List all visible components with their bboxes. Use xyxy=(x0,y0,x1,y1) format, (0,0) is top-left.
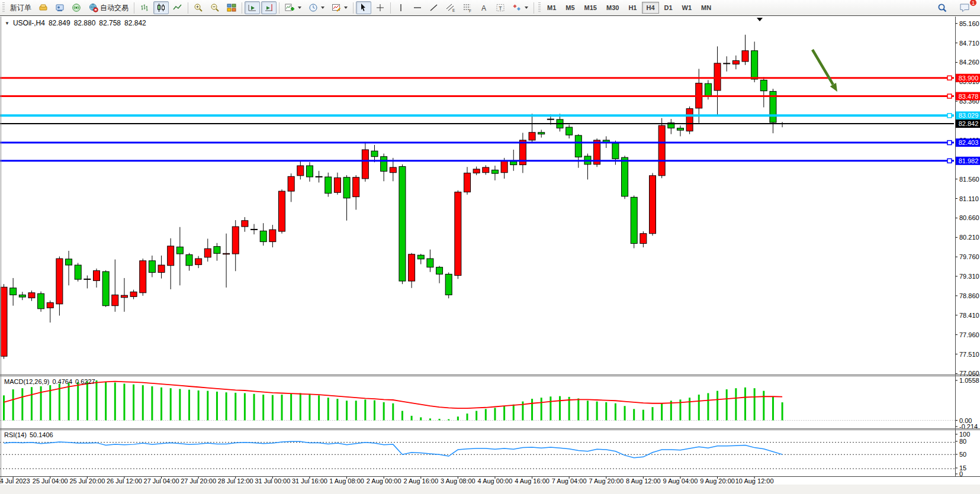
time-tick-label: 8 Aug 12:00 xyxy=(626,477,661,485)
timeframe-m30-button[interactable]: M30 xyxy=(602,2,623,14)
candlestick-chart-button[interactable] xyxy=(153,1,169,14)
expert-advisors-button[interactable] xyxy=(52,1,68,14)
line-chart-button[interactable] xyxy=(170,1,185,14)
hline-handle-resistance-1[interactable] xyxy=(947,76,952,80)
macd-histogram-bar xyxy=(77,382,79,421)
caret-down-icon xyxy=(321,7,324,9)
zoom-out-button[interactable] xyxy=(207,1,223,14)
macd-histogram-bar xyxy=(346,401,348,420)
profiles-button[interactable] xyxy=(306,1,327,14)
toolbar-right-group: 1 xyxy=(934,1,974,14)
candle xyxy=(409,254,415,281)
candle xyxy=(1,287,7,356)
hline-handle-support-2[interactable] xyxy=(947,159,952,163)
templates-button[interactable] xyxy=(329,1,351,14)
cursor-button[interactable] xyxy=(356,1,371,14)
new-chart-button[interactable] xyxy=(282,1,304,14)
auto-scroll-button[interactable] xyxy=(245,1,260,14)
candle xyxy=(102,272,109,306)
chart-shift-button[interactable] xyxy=(261,1,277,14)
fibonacci-button[interactable]: F xyxy=(460,1,475,14)
chart-collapse-icon[interactable]: ▼ xyxy=(5,21,9,26)
trendline-button[interactable] xyxy=(426,1,442,14)
chart-canvas[interactable]: 85.16084.71084.26083.81083.36082.91082.4… xyxy=(0,0,980,494)
tile-windows-button[interactable] xyxy=(224,1,239,14)
rsi-scale-label: 80 xyxy=(959,438,966,445)
macd-histogram-bar xyxy=(642,410,644,421)
signals-button[interactable] xyxy=(69,1,84,14)
macd-histogram-bar xyxy=(420,417,422,420)
timeframe-m1-button[interactable]: M1 xyxy=(543,2,560,14)
candle xyxy=(650,176,656,234)
candle xyxy=(38,293,44,309)
candle xyxy=(612,143,619,159)
macd-histogram-bar xyxy=(40,386,42,421)
time-axis[interactable]: 24 Jul 202325 Jul 04:0025 Jul 20:0026 Ju… xyxy=(0,476,774,485)
equidistant-channel-button[interactable]: E xyxy=(443,1,458,14)
notifications-button[interactable]: 1 xyxy=(956,1,973,14)
search-button[interactable] xyxy=(934,1,950,14)
zoom-in-button[interactable] xyxy=(191,1,206,14)
candle xyxy=(371,151,378,156)
hline-handle-support-1[interactable] xyxy=(947,141,952,145)
timeframe-m15-button[interactable]: M15 xyxy=(580,2,601,14)
price-badge-pivot-cyan: 83.029 xyxy=(956,111,980,120)
svg-text:82.842: 82.842 xyxy=(959,120,979,127)
bar-chart-button[interactable] xyxy=(137,1,152,14)
cursor-icon xyxy=(359,3,368,12)
macd-histogram-bar xyxy=(550,396,551,420)
macd-histogram-bar xyxy=(735,388,737,420)
macd-histogram-bar xyxy=(577,398,579,420)
candle xyxy=(306,166,313,177)
macd-histogram-bar xyxy=(652,407,654,420)
timeframe-h1-button[interactable]: H1 xyxy=(624,2,641,14)
candle xyxy=(381,157,387,172)
candle xyxy=(186,255,192,266)
text-button[interactable]: A xyxy=(476,1,491,14)
hline-handle-pivot-cyan[interactable] xyxy=(947,114,952,118)
rsi-name: RSI(14) xyxy=(4,431,27,438)
macd-histogram-bar xyxy=(429,418,431,420)
text-label-button[interactable]: T xyxy=(493,1,508,14)
candle xyxy=(223,253,230,254)
caret-down-icon xyxy=(298,7,301,9)
macd-histogram-bar xyxy=(763,391,764,421)
svg-text:F: F xyxy=(469,9,471,13)
price-tick-label: 79.760 xyxy=(959,253,979,260)
toolbar-grip xyxy=(2,2,5,13)
candle xyxy=(140,261,146,293)
candle xyxy=(724,63,730,64)
timeframe-d1-button[interactable]: D1 xyxy=(660,2,677,14)
arrows-button[interactable] xyxy=(509,1,531,14)
timeframe-h4-button[interactable]: H4 xyxy=(642,2,658,14)
candle xyxy=(269,230,276,241)
quick-deposit-button[interactable] xyxy=(36,1,51,14)
macd-histogram-bar xyxy=(772,397,774,421)
new-order-button[interactable]: 新订单 xyxy=(7,1,34,14)
autotrading-button[interactable]: 自动交易 xyxy=(85,1,131,14)
timeframe-mn-button[interactable]: MN xyxy=(697,2,715,14)
candle xyxy=(501,161,507,173)
autotrading-button-label: 自动交易 xyxy=(100,3,128,13)
price-tick-label: 81.110 xyxy=(959,195,979,202)
vertical-line-button[interactable] xyxy=(393,1,409,14)
timeframe-w1-button[interactable]: W1 xyxy=(678,2,696,14)
macd-histogram-bar xyxy=(188,390,190,421)
horizontal-line-button[interactable] xyxy=(410,1,425,14)
macd-histogram-bar xyxy=(615,403,616,421)
hline-handle-resistance-2[interactable] xyxy=(947,94,952,98)
chart-title[interactable]: ▼ USOil-,H4 82.849 82.880 82.758 82.842 xyxy=(5,19,146,27)
candle xyxy=(399,166,406,281)
candle xyxy=(66,259,72,265)
macd-histogram-bar xyxy=(300,393,301,420)
crosshair-button[interactable] xyxy=(372,1,388,14)
candle xyxy=(714,63,721,91)
timeframe-m5-button[interactable]: M5 xyxy=(561,2,579,14)
svg-text:81.982: 81.982 xyxy=(959,157,979,164)
macd-histogram-bar xyxy=(531,399,533,420)
candle xyxy=(473,169,480,173)
price-tick-label: 77.510 xyxy=(959,351,979,358)
price-tick-label: 85.160 xyxy=(959,20,979,27)
candle xyxy=(297,166,304,176)
time-tick-label: 1 Aug 08:00 xyxy=(329,477,364,485)
